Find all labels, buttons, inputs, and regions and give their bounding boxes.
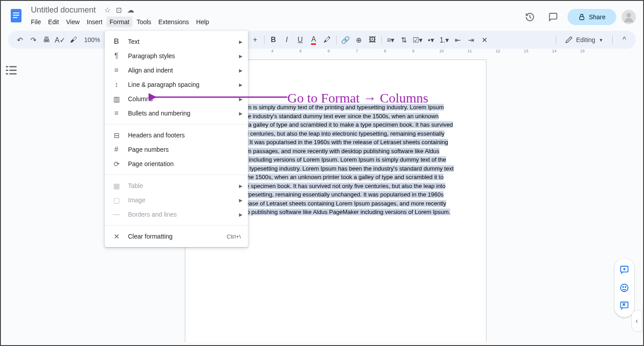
menu-item-icon: # <box>112 145 121 154</box>
menu-item-label: Clear formatting <box>128 233 173 240</box>
format-menu-page-numbers[interactable]: #Page numbers <box>105 142 248 157</box>
star-icon[interactable]: ☆ <box>104 6 111 14</box>
undo-button[interactable]: ↶ <box>13 34 26 46</box>
format-menu-clear-formatting[interactable]: ✕Clear formattingCtrl+\ <box>105 229 248 243</box>
menubar-item-help[interactable]: Help <box>193 17 212 27</box>
collapse-button[interactable]: ^ <box>618 34 631 46</box>
menu-item-icon: — <box>112 210 121 218</box>
paint-format-button[interactable]: 🖌 <box>67 34 80 46</box>
highlight-button[interactable]: 🖍 <box>321 34 333 46</box>
bullet-list-button[interactable]: •▾ <box>425 34 437 46</box>
menu-item-label: Table <box>128 182 143 189</box>
document-title[interactable]: Untitled document <box>28 4 99 16</box>
menu-item-label: Text <box>128 38 140 45</box>
numbered-list-button[interactable]: 1.▾ <box>438 34 451 46</box>
expand-side-panel-button[interactable]: ‹ <box>631 310 642 332</box>
menubar-item-view[interactable]: View <box>63 17 83 27</box>
editing-mode-button[interactable]: Editing ▼ <box>562 34 607 45</box>
share-button[interactable]: Share <box>567 9 616 25</box>
selected-text[interactable]: Lorem Ipsum is simply dummy text of the … <box>218 104 454 215</box>
submenu-arrow-icon: ▶ <box>239 198 243 203</box>
format-menu-paragraph-styles[interactable]: ¶Paragraph styles▶ <box>105 49 248 63</box>
format-menu-table: ▦Table▶ <box>105 179 248 193</box>
vertical-ruler[interactable] <box>21 56 28 342</box>
menu-separator <box>105 225 248 226</box>
increase-font-button[interactable]: + <box>249 34 261 46</box>
format-menu-page-orientation[interactable]: ⟳Page orientation <box>105 157 248 171</box>
cloud-icon[interactable]: ☁ <box>127 6 134 14</box>
share-label: Share <box>589 13 606 21</box>
menu-item-label: Line & paragraph spacing <box>128 81 200 88</box>
emoji-float-button[interactable] <box>616 280 632 296</box>
move-icon[interactable]: ⊡ <box>116 6 122 14</box>
format-menu-align-and-indent[interactable]: ≡Align and indent▶ <box>105 63 248 77</box>
menu-item-icon: ▦ <box>112 182 121 190</box>
menubar-item-edit[interactable]: Edit <box>45 17 62 27</box>
header-right: Share <box>521 8 636 26</box>
format-menu-columns[interactable]: ▥Columns▶ <box>105 92 248 106</box>
comment-icon[interactable] <box>544 8 562 26</box>
clear-format-button[interactable]: ✕ <box>478 34 491 46</box>
menubar-item-insert[interactable]: Insert <box>84 17 106 27</box>
redo-button[interactable]: ↷ <box>27 34 39 46</box>
editing-label: Editing <box>576 36 595 43</box>
format-dropdown: BText▶¶Paragraph styles▶≡Align and inden… <box>105 31 248 247</box>
suggest-float-button[interactable] <box>616 298 632 314</box>
underline-button[interactable]: U <box>294 34 307 46</box>
menu-item-label: Page numbers <box>128 146 169 153</box>
menubar-item-tools[interactable]: Tools <box>133 17 154 27</box>
format-menu-bullets-and-numbering[interactable]: ≡Bullets and numbering▶ <box>105 106 248 120</box>
menu-separator <box>105 124 248 124</box>
horizontal-ruler[interactable]: 123456789101112131415 <box>8 49 636 56</box>
menu-item-icon: ✕ <box>112 232 121 241</box>
bold-button[interactable]: B <box>267 34 280 46</box>
decrease-indent-button[interactable]: ⇤ <box>452 34 464 46</box>
spellcheck-button[interactable]: A✓ <box>54 34 66 46</box>
svg-rect-10 <box>9 70 17 71</box>
format-menu-headers-and-footers[interactable]: ⊟Headers and footers <box>105 128 248 142</box>
svg-point-18 <box>625 286 626 287</box>
menu-item-label: Paragraph styles <box>128 52 175 60</box>
align-button[interactable]: ≡▾ <box>384 34 397 46</box>
submenu-arrow-icon: ▶ <box>239 184 243 188</box>
add-comment-button[interactable]: ⊕ <box>353 34 365 46</box>
line-spacing-button[interactable]: ⇅ <box>398 34 410 46</box>
format-menu-line-paragraph-spacing[interactable]: ↕Line & paragraph spacing▶ <box>105 77 248 92</box>
menu-separator <box>105 175 248 175</box>
text-color-button[interactable]: A <box>307 34 320 46</box>
svg-rect-7 <box>6 66 8 68</box>
menu-item-label: Bullets and numbering <box>128 110 190 117</box>
checklist-button[interactable]: ☑▾ <box>411 34 424 46</box>
svg-rect-3 <box>13 17 17 18</box>
submenu-arrow-icon: ▶ <box>239 39 243 44</box>
menu-item-icon: ≡ <box>112 66 121 74</box>
toolbar: ↶ ↷ 🖶 A✓ 🖌 100% + B I U A 🖍 🔗 ⊕ 🖼 ≡▾ ⇅ ☑… <box>8 31 636 49</box>
menubar-item-format[interactable]: Format <box>107 17 132 27</box>
italic-button[interactable]: I <box>281 34 293 46</box>
svg-rect-1 <box>13 13 19 13</box>
document-text[interactable]: Lorem Ipsum is simply dummy text of the … <box>218 103 454 217</box>
menu-item-icon: ↕ <box>112 81 121 89</box>
link-button[interactable]: 🔗 <box>339 34 352 46</box>
header: Untitled document ☆ ⊡ ☁ FileEditViewInse… <box>1 1 643 27</box>
add-comment-float-button[interactable] <box>616 262 632 278</box>
print-button[interactable]: 🖶 <box>40 34 53 46</box>
avatar[interactable] <box>622 10 636 24</box>
menubar-item-file[interactable]: File <box>28 17 44 27</box>
menubar-item-extensions[interactable]: Extensions <box>155 17 192 27</box>
submenu-arrow-icon: ▶ <box>239 111 243 116</box>
outline-button[interactable] <box>4 63 18 77</box>
submenu-arrow-icon: ▶ <box>239 97 243 102</box>
zoom-select[interactable]: 100% <box>81 36 104 43</box>
title-area: Untitled document ☆ ⊡ ☁ FileEditViewInse… <box>28 4 517 27</box>
increase-indent-button[interactable]: ⇥ <box>465 34 478 46</box>
svg-rect-2 <box>13 15 19 16</box>
format-menu-text[interactable]: BText▶ <box>105 34 248 49</box>
format-menu-image: ▢Image▶ <box>105 193 248 207</box>
insert-image-button[interactable]: 🖼 <box>366 34 379 46</box>
docs-logo-icon[interactable] <box>8 4 24 26</box>
history-icon[interactable] <box>521 8 539 26</box>
submenu-arrow-icon: ▶ <box>239 82 243 87</box>
submenu-arrow-icon: ▶ <box>239 68 243 73</box>
svg-rect-9 <box>6 70 8 71</box>
